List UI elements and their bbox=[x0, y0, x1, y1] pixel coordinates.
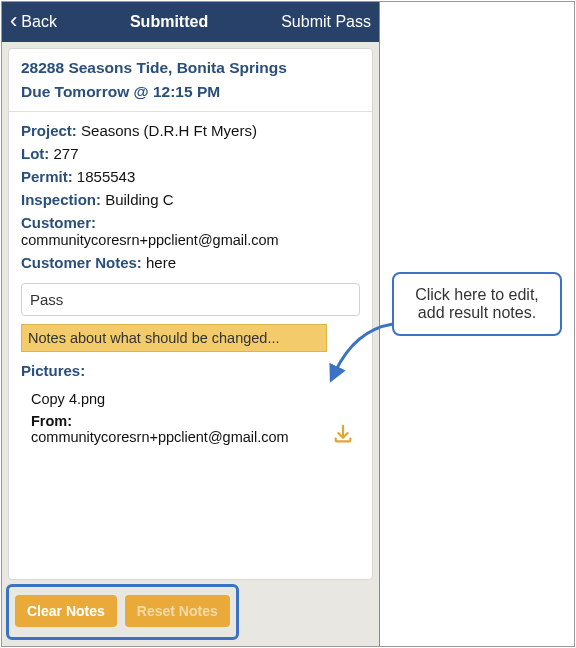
picture-filename: Copy 4.png bbox=[31, 391, 356, 407]
picture-from-email: communitycoresrn+ppclient@gmail.com bbox=[31, 429, 356, 445]
callout-line1: Click here to edit, bbox=[404, 286, 550, 304]
picture-from-label: From: bbox=[31, 413, 72, 429]
callout-box: Click here to edit, add result notes. bbox=[392, 272, 562, 336]
project-value: Seasons (D.R.H Ft Myers) bbox=[81, 122, 257, 139]
address-line: 28288 Seasons Tide, Bonita Springs bbox=[21, 59, 360, 77]
back-button[interactable]: ‹ Back bbox=[10, 12, 57, 32]
chevron-left-icon: ‹ bbox=[10, 10, 17, 32]
submit-pass-button[interactable]: Submit Pass bbox=[281, 13, 371, 31]
result-notes-field[interactable]: Notes about what should be changed... bbox=[21, 324, 327, 352]
due-line: Due Tomorrow @ 12:15 PM bbox=[21, 83, 360, 101]
page-title: Submitted bbox=[130, 13, 208, 31]
lot-value: 277 bbox=[54, 145, 79, 162]
customer-notes-value: here bbox=[146, 254, 176, 271]
back-label: Back bbox=[21, 13, 57, 31]
notes-buttons-group: Clear Notes Reset Notes bbox=[6, 584, 239, 640]
inspection-value: Building C bbox=[105, 191, 173, 208]
customer-notes-label: Customer Notes: bbox=[21, 254, 142, 271]
clear-notes-button[interactable]: Clear Notes bbox=[15, 595, 117, 627]
reset-notes-button[interactable]: Reset Notes bbox=[125, 595, 230, 627]
permit-value: 1855543 bbox=[77, 168, 135, 185]
customer-label: Customer: bbox=[21, 214, 96, 231]
pictures-label: Pictures: bbox=[21, 362, 85, 379]
download-icon[interactable] bbox=[332, 423, 354, 448]
picture-item: Copy 4.png From: communitycoresrn+ppclie… bbox=[21, 385, 360, 447]
callout-line2: add result notes. bbox=[404, 304, 550, 322]
customer-email: communitycoresrn+ppclient@gmail.com bbox=[21, 232, 279, 248]
inspection-label: Inspection: bbox=[21, 191, 101, 208]
permit-label: Permit: bbox=[21, 168, 73, 185]
project-label: Project: bbox=[21, 122, 77, 139]
lot-label: Lot: bbox=[21, 145, 49, 162]
result-input[interactable] bbox=[21, 283, 360, 316]
